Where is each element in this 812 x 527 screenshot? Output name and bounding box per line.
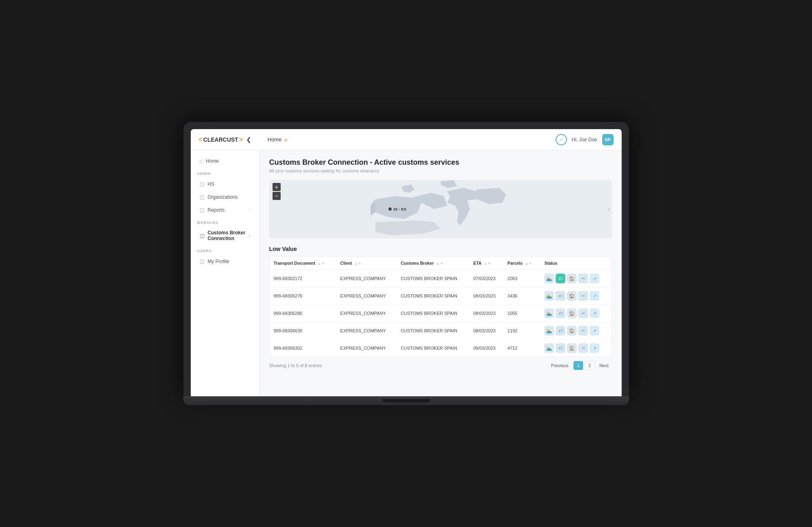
cell-client: EXPRESS_COMPANY [336,305,396,322]
map-zoom-out[interactable]: − [273,192,281,200]
action-icon-external[interactable]: ↗ [590,291,599,301]
table-row: 999-68306280 EXPRESS_COMPANY CUSTOMS BRO… [270,305,612,322]
sidebar-item-label-home: Home [206,158,219,164]
logo: < CLEARCUST > ❮ [199,136,268,143]
action-icon-1[interactable]: 🏊 [544,291,554,301]
screen-bezel: < CLEARCUST > ❮ Home » ○ Hi, Joe Doe SP [183,122,629,396]
col-status: Status [540,257,611,270]
table-header-row: Transport Document ▲▼ Client ▲▼ Customs … [270,257,612,270]
reports-arrow-icon: › [249,208,250,212]
section-heading-low-value: Low Value [269,246,612,252]
map-zoom-in[interactable]: + [273,183,281,191]
cell-status: 🏊 🏷 🏠 ✂ ↗ [540,322,611,340]
action-icon-external[interactable]: ↗ [590,326,599,336]
action-icon-external[interactable]: ↗ [590,274,599,283]
map-svg: 32 - ES [269,180,612,238]
action-icon-4[interactable]: ✂ [578,326,588,336]
main-layout: ⌂ Home ADMIN ◫ HS ◫ Organizations [191,150,622,396]
action-icon-2[interactable]: 🏷 [556,291,565,301]
sidebar-item-label-hs: HS [208,181,215,187]
app-header: < CLEARCUST > ❮ Home » ○ Hi, Joe Doe SP [191,129,622,150]
action-icon-2[interactable]: 🏷 [556,308,565,318]
col-parcels: Parcels ▲▼ [503,257,540,270]
content-area: Customs Broker Connection - Active custo… [260,150,622,396]
action-icon-1[interactable]: 🏊 [544,343,554,353]
cell-status: 🏊 🏷 🏠 ✂ ↗ [540,305,611,322]
search-button[interactable]: ○ [556,134,567,145]
page-2-button[interactable]: 2 [585,361,595,370]
profile-icon: ◫ [200,258,205,264]
sidebar-item-hs[interactable]: ◫ HS [193,178,257,190]
showing-text: Showing 1 to 5 of 8 entries [269,363,322,368]
sidebar-item-profile[interactable]: ◫ My Profile [193,255,257,268]
action-icon-3[interactable]: 🏠 [567,308,577,318]
action-icon-4[interactable]: ✂ [578,274,588,283]
previous-button[interactable]: Previous [548,361,572,370]
customs-broker-label-wrap: ◫ Customs Broker Connection [200,230,246,241]
cell-client: EXPRESS_COMPANY [336,287,396,305]
sidebar-section-users: USERS [191,245,259,255]
action-icon-2[interactable]: 🏷 [556,343,565,353]
sidebar-item-home[interactable]: ⌂ Home [193,155,257,167]
sidebar-section-admin: ADMIN [191,168,259,177]
sidebar: ⌂ Home ADMIN ◫ HS ◫ Organizations [191,150,260,396]
customs-broker-icon: ◫ [200,233,205,239]
customs-broker-arrow-icon: › [249,234,250,238]
cell-transport-doc: 999-68306276 [270,287,337,305]
action-icon-4[interactable]: ✂ [578,291,588,301]
svg-point-0 [388,207,392,210]
action-icon-2[interactable]: 🏷 [556,274,565,283]
table-wrapper: Transport Document ▲▼ Client ▲▼ Customs … [269,256,612,357]
cell-eta: 08/03/2023 [469,322,503,340]
action-icon-3[interactable]: 🏠 [567,326,577,336]
action-icon-3[interactable]: 🏠 [567,274,577,283]
search-icon: ○ [560,136,563,142]
cell-customs-broker: CUSTOMS BROKER SPAIN [396,305,469,322]
sidebar-item-organizations[interactable]: ◫ Organizations [193,191,257,203]
action-icon-external[interactable]: ↗ [590,308,599,318]
hs-icon: ◫ [200,181,205,187]
cell-transport-doc: 999-68302172 [270,270,337,287]
cell-transport-doc: 999-68306280 [270,305,337,322]
cell-parcels: 3436 [503,287,540,305]
col-customs-broker: Customs Broker ▲▼ [396,257,469,270]
home-icon: ⌂ [200,158,203,164]
action-icons: 🏊 🏷 🏠 ✂ ↗ [544,343,607,353]
cell-parcels: 1192 [503,322,540,340]
sidebar-section-modules: MODULES [191,217,259,226]
map-controls: + − [273,183,281,200]
breadcrumb-home[interactable]: Home [268,136,282,142]
table-row: 999-68302172 EXPRESS_COMPANY CUSTOMS BRO… [270,270,612,287]
action-icon-3[interactable]: 🏠 [567,343,577,353]
avatar[interactable]: SP [602,134,614,145]
page-1-button[interactable]: 1 [573,361,583,370]
organizations-icon: ◫ [200,194,205,200]
action-icon-3[interactable]: 🏠 [567,291,577,301]
cell-status: 🏊 🏷 🏠 ✂ ↗ [540,287,611,305]
action-icon-external[interactable]: ↗ [590,343,599,353]
cell-eta: 07/03/2023 [469,270,503,287]
laptop-notch [382,399,431,402]
action-icons: 🏊 🏷 🏠 ✂ ↗ [544,274,607,283]
next-button[interactable]: Next [596,361,612,370]
col-client: Client ▲▼ [336,257,396,270]
action-icon-4[interactable]: ✂ [578,343,588,353]
table-row: 999-68306302 EXPRESS_COMPANY CUSTOMS BRO… [270,340,612,357]
action-icon-1[interactable]: 🏊 [544,308,554,318]
action-icons: 🏊 🏷 🏠 ✂ ↗ [544,326,607,336]
cell-eta: 09/03/2023 [469,340,503,357]
action-icon-4[interactable]: ✂ [578,308,588,318]
sidebar-item-label-reports: Reports [208,207,225,213]
action-icon-1[interactable]: 🏊 [544,274,554,283]
header-right: ○ Hi, Joe Doe SP [556,134,614,145]
action-icon-1[interactable]: 🏊 [544,326,554,336]
action-icons: 🏊 🏷 🏠 ✂ ↗ [544,308,607,318]
svg-text:32 - ES: 32 - ES [393,207,407,211]
action-icons: 🏊 🏷 🏠 ✂ ↗ [544,291,607,301]
sidebar-item-reports[interactable]: ◫ Reports › [193,204,257,216]
cell-customs-broker: CUSTOMS BROKER SPAIN [396,287,469,305]
sidebar-toggle-icon[interactable]: ❮ [246,136,251,143]
sidebar-item-customs-broker[interactable]: ◫ Customs Broker Connection › [193,227,257,244]
action-icon-2[interactable]: 🏷 [556,326,565,336]
user-greeting: Hi, Joe Doe [572,137,597,142]
